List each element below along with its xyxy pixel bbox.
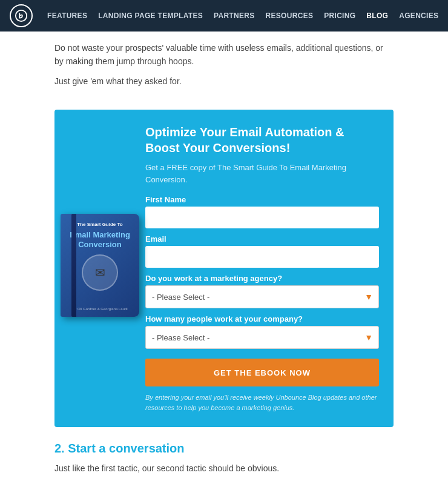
promo-heading: Optimize Your Email Automation & Boost Y… bbox=[145, 124, 379, 156]
intro-para1: Do not waste your prospects' valuable ti… bbox=[54, 41, 394, 68]
section-2-heading: 2. Start a conversation bbox=[54, 442, 394, 456]
nav-resources[interactable]: RESOURCES bbox=[266, 12, 314, 20]
book-author: By Oli Gardner & Georgiana Laudi bbox=[72, 307, 127, 311]
book-envelope-icon: ✉ bbox=[95, 265, 105, 280]
navbar: FEATURES LANDING PAGE TEMPLATES PARTNERS… bbox=[0, 0, 448, 31]
section-2: 2. Start a conversation Just like the fi… bbox=[54, 442, 394, 484]
agency-select-wrapper: - Please Select - Yes No ▼ bbox=[145, 285, 379, 308]
intro-section: Do not waste your prospects' valuable ti… bbox=[54, 31, 394, 99]
promo-subtext: Get a FREE copy of The Smart Guide To Em… bbox=[145, 162, 379, 185]
book-illustration: The Smart Guide To Email Marketing Conve… bbox=[48, 214, 145, 317]
first-name-group: First Name bbox=[145, 195, 379, 228]
promo-form: Optimize Your Email Automation & Boost Y… bbox=[145, 124, 379, 413]
section-2-text: Just like the first tactic, our second t… bbox=[54, 462, 394, 475]
submit-button[interactable]: GET THE EBOOK NOW bbox=[145, 359, 379, 386]
nav-landing-page-templates[interactable]: LANDING PAGE TEMPLATES bbox=[98, 12, 203, 20]
nav-links: FEATURES LANDING PAGE TEMPLATES PARTNERS… bbox=[47, 12, 438, 20]
nav-blog[interactable]: BLOG bbox=[366, 12, 388, 20]
main-content: Do not waste your prospects' valuable ti… bbox=[42, 31, 406, 484]
first-name-input[interactable] bbox=[145, 207, 379, 228]
form-disclaimer: By entering your email you'll receive we… bbox=[145, 393, 379, 413]
email-group: Email bbox=[145, 234, 379, 268]
nav-pricing[interactable]: PRICING bbox=[324, 12, 355, 20]
promo-box: The Smart Guide To Email Marketing Conve… bbox=[54, 110, 394, 427]
email-label: Email bbox=[145, 234, 379, 244]
company-size-select[interactable]: - Please Select - 1-10 11-50 51-200 201-… bbox=[145, 326, 379, 349]
company-size-group: How many people work at your company? - … bbox=[145, 314, 379, 349]
agency-group: Do you work at a marketing agency? - Ple… bbox=[145, 274, 379, 308]
intro-para2: Just give 'em what they asked for. bbox=[54, 75, 394, 88]
svg-point-0 bbox=[16, 10, 27, 21]
agency-label: Do you work at a marketing agency? bbox=[145, 274, 379, 283]
book-spine bbox=[71, 214, 76, 317]
nav-features[interactable]: FEATURES bbox=[47, 12, 87, 20]
book-circle-decoration: ✉ bbox=[82, 254, 118, 291]
nav-agencies[interactable]: AGENCIES bbox=[399, 12, 438, 20]
company-size-label: How many people work at your company? bbox=[145, 314, 379, 323]
book-subtitle: The Smart Guide To bbox=[77, 221, 122, 228]
book-main-title: Email Marketing Conversion bbox=[67, 230, 133, 249]
first-name-label: First Name bbox=[145, 195, 379, 204]
book-cover: The Smart Guide To Email Marketing Conve… bbox=[61, 214, 139, 317]
company-size-select-wrapper: - Please Select - 1-10 11-50 51-200 201-… bbox=[145, 326, 379, 349]
nav-partners[interactable]: PARTNERS bbox=[214, 12, 255, 20]
agency-select[interactable]: - Please Select - Yes No bbox=[145, 285, 379, 308]
email-input[interactable] bbox=[145, 246, 379, 268]
logo[interactable] bbox=[10, 4, 33, 27]
